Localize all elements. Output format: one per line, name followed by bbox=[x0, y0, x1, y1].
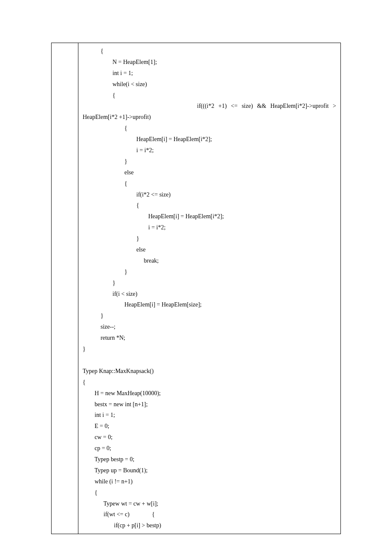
code-line: return *N; bbox=[83, 335, 125, 341]
code-line: { bbox=[83, 379, 86, 385]
code-line: cp = 0; bbox=[83, 445, 111, 451]
code-cell: { N = HeapElem[1]; int i = 1; while(i < … bbox=[78, 43, 341, 534]
code-line: cw = 0; bbox=[83, 434, 112, 440]
code-line: else bbox=[83, 246, 146, 253]
code-frag: > bbox=[333, 103, 336, 109]
code-line: { bbox=[83, 48, 104, 54]
left-column bbox=[52, 43, 78, 534]
code-line: } bbox=[83, 280, 115, 286]
code-line: size--; bbox=[83, 324, 115, 330]
code-line: HeapElem[i] = HeapElem[size]; bbox=[83, 301, 202, 308]
code-line: HeapElem[i] = HeapElem[i*2]; bbox=[83, 213, 224, 220]
code-line: if(i*2 <= size) bbox=[83, 191, 170, 198]
code-line: { bbox=[83, 92, 115, 98]
code-frag: && bbox=[257, 103, 266, 109]
code-line: if(cp + p[i] > bestp) bbox=[83, 522, 161, 529]
code-line: i = i*2; bbox=[83, 224, 166, 231]
code-line: } bbox=[83, 346, 86, 352]
code-frag: size) bbox=[242, 103, 253, 109]
code-line: E = 0; bbox=[83, 423, 109, 429]
code-line: N = HeapElem[1]; bbox=[83, 59, 157, 65]
code-line: } bbox=[83, 235, 139, 242]
code-line: { bbox=[83, 202, 139, 208]
code-line: { bbox=[83, 125, 127, 131]
code-line: i = i*2; bbox=[83, 147, 154, 153]
code-frag: HeapElem[i*2]->uprofit bbox=[271, 103, 329, 109]
code-line: if(wt <= c) { bbox=[83, 511, 155, 517]
code-line: HeapElem[i*2 +1]->uprofit) bbox=[83, 114, 151, 120]
code-line: else bbox=[83, 169, 134, 176]
code-line: H = new MaxHeap(10000); bbox=[83, 390, 161, 396]
code-line: while(i < size) bbox=[83, 81, 147, 87]
code-frag: <= bbox=[231, 103, 238, 109]
code-table: { N = HeapElem[1]; int i = 1; while(i < … bbox=[51, 43, 341, 534]
code-line: bestx = new int [n+1]; bbox=[83, 401, 148, 408]
code-line: { bbox=[83, 180, 127, 187]
code-line: if(i < size) bbox=[83, 291, 137, 297]
code-frag: if(((i*2 bbox=[83, 103, 214, 109]
code-line: HeapElem[i] = HeapElem[i*2]; bbox=[83, 136, 212, 142]
code-line: break; bbox=[83, 257, 159, 264]
code-line: int i = 1; bbox=[83, 412, 115, 418]
code-line: } bbox=[83, 269, 127, 275]
code-line: } bbox=[83, 312, 104, 319]
code-line: } bbox=[83, 158, 127, 165]
document-page: { N = HeapElem[1]; int i = 1; while(i < … bbox=[0, 0, 392, 555]
code-line: { bbox=[83, 489, 98, 496]
code-line: while (i != n+1) bbox=[83, 478, 133, 485]
code-line: Typep Knap::MaxKnapsack() bbox=[83, 368, 154, 374]
code-line: Typew wt = cw + w[i]; bbox=[83, 500, 158, 507]
code-line: Typep up = Bound(1); bbox=[83, 467, 147, 474]
code-frag: +1) bbox=[219, 103, 227, 109]
code-block: { N = HeapElem[1]; int i = 1; while(i < … bbox=[83, 46, 336, 531]
code-line: int i = 1; bbox=[83, 70, 133, 76]
code-line-justified: if(((i*2 +1) <= size) && HeapElem[i*2]->… bbox=[83, 101, 336, 112]
code-line: Typep bestp = 0; bbox=[83, 456, 134, 462]
